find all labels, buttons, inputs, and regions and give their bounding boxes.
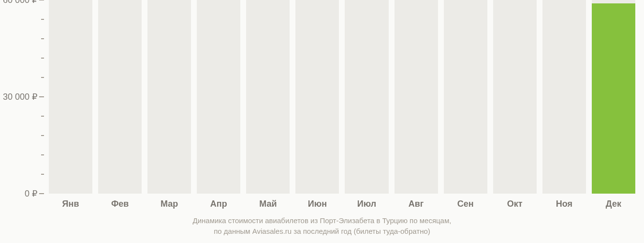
month-column	[194, 0, 243, 194]
month-column	[243, 0, 293, 194]
month-column	[392, 0, 441, 194]
month-shade	[444, 0, 487, 194]
x-label-cell: Окт	[490, 196, 540, 211]
month-column	[95, 0, 145, 194]
y-axis: 0 ₽30 000 ₽60 000 ₽	[0, 0, 46, 194]
x-label-cell: Сен	[441, 196, 490, 211]
y-tick-label: 30 000 ₽	[3, 91, 37, 102]
plot-area	[46, 0, 638, 194]
y-tick-minor	[41, 116, 44, 117]
y-tick-minor	[41, 19, 44, 20]
y-tick	[39, 193, 44, 194]
x-label-cell: Янв	[46, 196, 95, 211]
x-tick-label: Дек	[606, 199, 621, 209]
month-column	[441, 0, 490, 194]
month-column	[490, 0, 540, 194]
month-shade	[345, 0, 388, 194]
month-column	[145, 0, 194, 194]
month-column	[540, 0, 589, 194]
month-shade	[542, 0, 586, 194]
y-tick-minor	[41, 174, 44, 175]
x-label-cell: Апр	[194, 196, 243, 211]
x-label-cell: Фев	[95, 196, 145, 211]
bar-chart: 0 ₽30 000 ₽60 000 ₽ ЯнвФевМарАпрМайИюнИю…	[0, 0, 644, 243]
x-tick-label: Ноя	[556, 199, 572, 209]
y-tick	[39, 0, 44, 0]
chart-caption: Динамика стоимости авиабилетов из Порт-Э…	[0, 215, 644, 237]
x-tick-label: Авг	[409, 199, 424, 209]
x-label-cell: Май	[243, 196, 293, 211]
month-shade	[98, 0, 142, 194]
chart-subtitle: по данным Aviasales.ru за последний год …	[0, 226, 644, 237]
y-tick-minor	[41, 135, 44, 136]
x-tick-label: Окт	[507, 199, 523, 209]
x-tick-label: Май	[259, 199, 277, 209]
y-tick-minor	[41, 58, 44, 59]
y-tick-minor	[41, 38, 44, 39]
x-axis: ЯнвФевМарАпрМайИюнИюлАвгСенОктНояДек	[46, 196, 638, 211]
y-tick-label: 0 ₽	[25, 188, 37, 199]
month-shade	[246, 0, 290, 194]
x-tick-label: Мар	[161, 199, 178, 209]
x-label-cell: Июл	[342, 196, 391, 211]
month-shade	[295, 0, 339, 194]
plot-bg	[46, 0, 638, 194]
y-tick	[39, 96, 44, 97]
month-column	[589, 0, 638, 194]
month-column	[293, 0, 342, 194]
x-label-cell: Июн	[293, 196, 342, 211]
month-column	[342, 0, 391, 194]
y-tick-label: 60 000 ₽	[3, 0, 37, 5]
x-tick-label: Июл	[357, 199, 376, 209]
x-tick-label: Сен	[457, 199, 474, 209]
month-column	[46, 0, 95, 194]
x-tick-label: Июн	[308, 199, 327, 209]
month-shade	[49, 0, 92, 194]
x-tick-label: Апр	[210, 199, 227, 209]
chart-title: Динамика стоимости авиабилетов из Порт-Э…	[0, 215, 644, 226]
x-label-cell: Мар	[145, 196, 194, 211]
x-tick-label: Фев	[111, 199, 129, 209]
month-shade	[197, 0, 240, 194]
y-tick-minor	[41, 77, 44, 78]
x-label-cell: Дек	[589, 196, 638, 211]
x-label-cell: Авг	[392, 196, 441, 211]
x-tick-label: Янв	[62, 199, 79, 209]
bar[interactable]	[592, 3, 635, 194]
month-shade	[395, 0, 438, 194]
x-label-cell: Ноя	[540, 196, 589, 211]
month-shade	[493, 0, 537, 194]
y-tick-minor	[41, 154, 44, 155]
month-shade	[147, 0, 191, 194]
